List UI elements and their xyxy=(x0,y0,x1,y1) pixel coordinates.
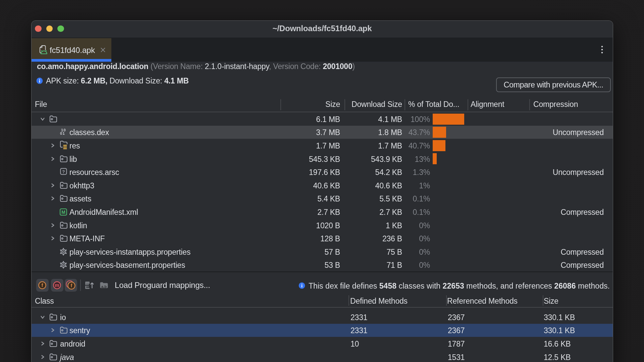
svg-text:a.b: a.b xyxy=(101,285,107,289)
svg-text:m: m xyxy=(55,282,59,288)
svg-text:M: M xyxy=(61,209,65,215)
svg-text:?: ? xyxy=(62,169,65,174)
